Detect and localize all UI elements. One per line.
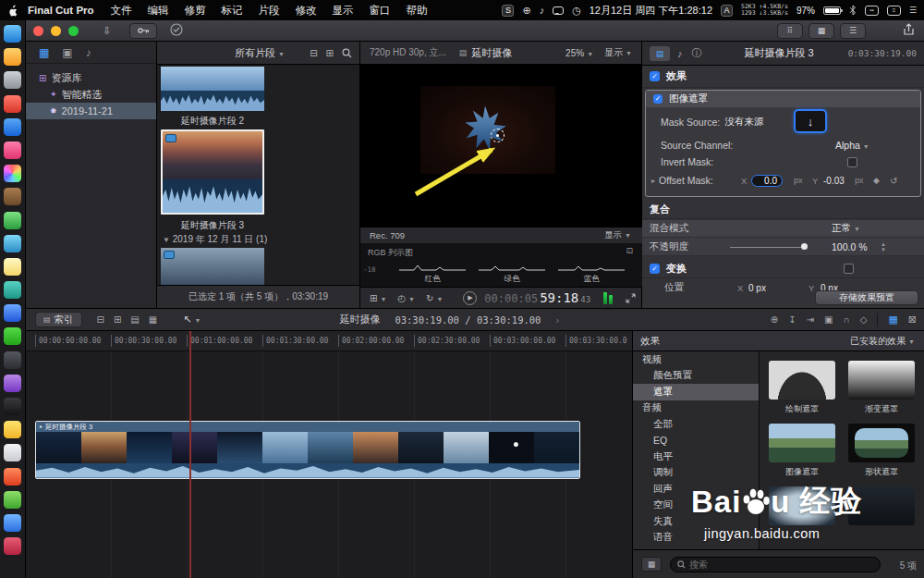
connect-edit-icon[interactable]: ⊕ [771, 314, 778, 325]
dock-app-icon[interactable] [4, 398, 21, 415]
chat-bubble-icon[interactable] [553, 6, 564, 15]
transform-checkbox[interactable]: ✓ [650, 264, 660, 274]
dock-app-icon[interactable] [4, 165, 21, 182]
position-x-value[interactable]: 0 px [748, 283, 766, 293]
mask-source-drop-well[interactable]: ↓ [794, 109, 827, 133]
info-inspector-tab[interactable]: ⓘ [692, 46, 702, 60]
minimize-window-button[interactable] [51, 26, 61, 36]
append-edit-icon[interactable]: ⇥ [807, 314, 814, 325]
share-button[interactable] [903, 23, 915, 38]
sidebar-item-event[interactable]: ✸ 2019-11-21 [26, 103, 156, 119]
tab-photos[interactable]: ▣ [62, 46, 72, 59]
fx-category-voice[interactable]: 语音 [633, 530, 759, 547]
event-group-row[interactable]: ▼ 2019 年 12 月 11 日 (1) [163, 233, 267, 246]
menu-help[interactable]: 帮助 [407, 4, 428, 18]
menu-modify[interactable]: 修改 [296, 4, 317, 18]
battery-icon[interactable] [823, 6, 841, 15]
notification-center-icon[interactable]: ☰ [909, 6, 917, 15]
timeline-layout-button[interactable]: ▦ [808, 23, 834, 39]
dock-app-icon[interactable] [4, 514, 21, 532]
insert-edit-icon[interactable]: ↧ [788, 314, 796, 325]
blend-mode-popup[interactable]: 正常▼ [832, 222, 860, 235]
browser-clip-thumbnail[interactable] [161, 67, 264, 111]
reset-parameter-icon[interactable]: ↺ [890, 176, 897, 186]
stepper-icon[interactable]: ▲▼ [881, 241, 886, 252]
inspector-layout-button[interactable]: ☰ [840, 23, 866, 39]
transform-select-checkbox[interactable] [844, 264, 854, 274]
viewer-canvas[interactable] [360, 65, 642, 227]
close-window-button[interactable] [33, 26, 43, 36]
invert-mask-checkbox[interactable] [847, 157, 857, 167]
effect-vignette-mask-thumb[interactable] [769, 486, 835, 525]
dock-app-icon[interactable] [4, 71, 21, 89]
opacity-slider-track[interactable] [730, 247, 806, 248]
background-tasks-button[interactable] [170, 23, 183, 38]
timer-icon[interactable]: ◷ [572, 6, 581, 16]
browser-clip-thumbnail[interactable] [161, 248, 264, 285]
fx-category-modulation[interactable]: 调制 [633, 465, 759, 482]
fx-category-distortion[interactable]: 失真 [633, 513, 759, 530]
dock-app-icon[interactable] [4, 304, 21, 322]
network-speed[interactable]: 52K3 ↑4.5KB/s 1293 ↓3.5KB/s [741, 4, 788, 17]
effect-thumb[interactable] [848, 486, 915, 525]
dock-app-icon[interactable] [4, 421, 21, 438]
effects-grid-toggle-button[interactable]: ▦ [641, 557, 662, 572]
sidebar-item-library[interactable]: ⊞ 资源库 [26, 69, 156, 86]
fx-category-masks[interactable]: 遮罩 [633, 384, 759, 400]
effect-graduated-mask-thumb[interactable] [848, 361, 915, 400]
dock-app-icon[interactable] [4, 235, 21, 252]
dock-app-icon[interactable] [4, 444, 21, 461]
fx-category-video[interactable]: 视频 [633, 351, 759, 368]
snapping-icon[interactable]: ◇ [860, 314, 868, 325]
overwrite-edit-icon[interactable]: ▣ [824, 314, 833, 325]
dock-app-icon[interactable] [4, 491, 21, 509]
menu-clip[interactable]: 片段 [259, 4, 280, 18]
media-browser-icon[interactable]: ⊠ [908, 314, 917, 326]
menu-trim[interactable]: 修剪 [185, 4, 206, 18]
control-toggle-icon[interactable]: ≡ [887, 6, 901, 16]
search-icon[interactable] [342, 48, 352, 58]
import-media-button[interactable]: ⇩ [103, 25, 111, 37]
playhead[interactable] [189, 331, 191, 578]
retime-popup[interactable]: ◴▼ [397, 293, 415, 303]
dock-app-icon[interactable] [4, 188, 21, 205]
fx-category-audio[interactable]: 音频 [633, 400, 759, 417]
timeline-ruler[interactable]: 00:00:00:00.00 00:00:30:00.00 00:01:00:0… [26, 331, 633, 351]
effects-search-field[interactable] [670, 557, 881, 572]
effect-image-mask-thumb[interactable] [769, 424, 835, 462]
input-method-icon[interactable]: S [502, 5, 514, 17]
tab-libraries[interactable]: ▦ [39, 46, 49, 59]
disclosure-triangle-icon[interactable]: ▼ [163, 236, 170, 244]
audio-skimming-icon[interactable]: ∩ [843, 314, 849, 325]
dock-app-icon[interactable] [4, 25, 21, 43]
fx-category-levels[interactable]: 电平 [633, 449, 759, 465]
effect-draw-mask-thumb[interactable] [769, 361, 835, 400]
fx-category-color-presets[interactable]: 颜色预置 [633, 368, 759, 385]
project-forward-icon[interactable]: › [555, 314, 559, 326]
sidebar-item-smart-collection[interactable]: ✦ 智能精选 [26, 86, 156, 103]
clip-appearance-icon[interactable]: ⊞ [114, 314, 121, 325]
effect-shape-mask-thumb[interactable] [848, 424, 915, 462]
tool-popup[interactable]: ↖▼ [183, 314, 201, 326]
source-channel-popup[interactable]: Alpha▼ [835, 140, 869, 151]
menu-window[interactable]: 窗口 [370, 4, 391, 18]
audio-inspector-tab[interactable]: ♪ [677, 48, 683, 59]
dock-app-icon[interactable] [4, 118, 21, 136]
video-inspector-tab[interactable]: ▤ [650, 46, 670, 61]
zoom-window-button[interactable] [68, 26, 79, 36]
timeline-project-name[interactable]: 延时摄像 [339, 313, 380, 326]
image-mask-checkbox[interactable]: ✓ [653, 94, 663, 104]
clip-appearance-icon[interactable]: ▤ [130, 314, 139, 325]
loop-popup[interactable]: ↻▼ [426, 293, 443, 303]
clip-appearance-icon[interactable]: ⊟ [97, 314, 104, 325]
menu-file[interactable]: 文件 [111, 4, 132, 18]
offset-y-value[interactable]: -0.03 [823, 176, 845, 186]
filmstrip-view-icon[interactable]: ⊟ [310, 48, 317, 58]
disclosure-triangle-icon[interactable]: ▸ [651, 177, 655, 185]
scope-settings-icon[interactable]: ⊡ [626, 246, 633, 255]
dock-app-icon[interactable] [4, 48, 21, 66]
dock-app-icon[interactable] [4, 375, 21, 392]
viewer-zoom-popup[interactable]: 25%▼ [565, 48, 593, 58]
dock-app-icon[interactable] [4, 281, 21, 299]
apple-menu-icon[interactable] [7, 5, 18, 17]
